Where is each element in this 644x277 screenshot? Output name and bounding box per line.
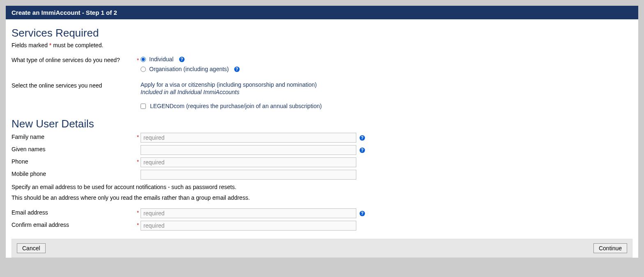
radio-individual[interactable] (141, 57, 146, 62)
phone-input[interactable] (141, 157, 356, 167)
email-label: Email address (12, 208, 135, 216)
hint-post: must be completed. (51, 42, 103, 48)
radio-individual-label: Individual (149, 56, 173, 62)
svg-text:?: ? (236, 67, 238, 72)
family-name-label: Family name (12, 133, 135, 140)
hint-pre: Fields marked (12, 42, 49, 48)
confirm-email-input[interactable] (141, 221, 356, 231)
service-type-label: What type of online services do you need… (12, 56, 135, 63)
button-bar: Cancel Continue (12, 239, 632, 258)
svg-text:?: ? (361, 148, 363, 152)
required-marker: * (135, 133, 141, 140)
radio-organisation-label: Organisation (including agents) (149, 66, 229, 72)
continue-button[interactable]: Continue (593, 243, 627, 253)
email-note-1: Specify an email address to be used for … (12, 184, 632, 190)
apply-visa-note: Included in all Individual ImmiAccounts (141, 89, 239, 95)
apply-visa-text: Apply for a visa or citizenship (includi… (141, 81, 317, 88)
help-icon[interactable]: ? (359, 134, 365, 141)
select-services-label: Select the online services you need (12, 81, 135, 89)
given-names-input[interactable] (141, 145, 356, 155)
help-icon[interactable]: ? (359, 210, 365, 217)
email-input[interactable] (141, 208, 356, 218)
family-name-input[interactable] (141, 133, 356, 143)
legendcom-label: LEGENDcom (requires the purchase/join of… (150, 103, 322, 109)
help-icon[interactable]: ? (359, 147, 365, 153)
page-title-bar: Create an ImmiAccount - Step 1 of 2 (6, 6, 638, 19)
page-title: Create an ImmiAccount - Step 1 of 2 (12, 9, 117, 16)
given-names-label: Given names (12, 145, 135, 152)
svg-text:?: ? (361, 211, 363, 216)
cancel-button[interactable]: Cancel (17, 243, 46, 253)
required-marker: * (135, 56, 141, 63)
legendcom-checkbox[interactable] (141, 104, 146, 109)
required-fields-hint: Fields marked * must be completed. (12, 42, 632, 48)
svg-text:?: ? (361, 136, 363, 140)
email-note-2: This should be an address where only you… (12, 194, 632, 201)
mobile-phone-label: Mobile phone (12, 170, 135, 177)
required-marker: * (135, 157, 141, 165)
phone-label: Phone (12, 157, 135, 165)
services-heading: Services Required (12, 27, 632, 39)
help-icon[interactable]: ? (178, 56, 185, 62)
mobile-phone-input[interactable] (141, 170, 356, 180)
help-icon[interactable]: ? (234, 66, 240, 72)
radio-organisation[interactable] (141, 67, 146, 72)
svg-text:?: ? (180, 57, 183, 62)
user-details-heading: New User Details (12, 118, 632, 130)
confirm-email-label: Confirm email address (12, 221, 135, 228)
required-marker: * (135, 208, 141, 216)
required-marker: * (135, 221, 141, 228)
